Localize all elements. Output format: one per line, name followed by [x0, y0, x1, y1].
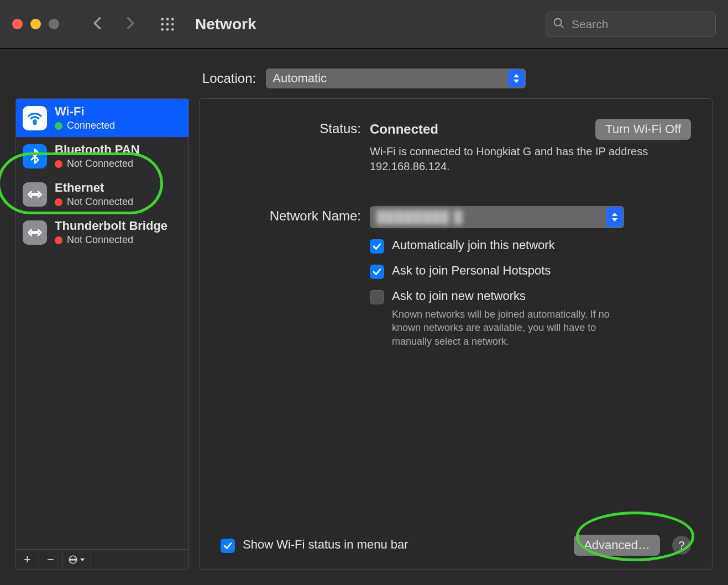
svg-point-17	[36, 231, 38, 233]
window-title: Network	[195, 15, 256, 33]
close-window-button[interactable]	[12, 19, 23, 29]
dropdown-stepper-icon	[606, 207, 623, 227]
svg-point-3	[161, 23, 164, 25]
service-name: Ethernet	[55, 181, 133, 195]
add-service-button[interactable]: +	[16, 550, 39, 569]
ethernet-icon	[23, 182, 47, 207]
svg-point-1	[166, 18, 169, 20]
checkbox-checked-icon	[221, 539, 235, 553]
service-name: Wi-Fi	[55, 104, 115, 119]
toggle-wifi-button[interactable]: Turn Wi-Fi Off	[595, 119, 691, 140]
show-all-button[interactable]	[158, 14, 177, 34]
status-label: Status:	[221, 119, 370, 136]
svg-point-21	[74, 558, 75, 560]
svg-marker-22	[80, 558, 85, 561]
forward-button[interactable]	[122, 15, 138, 33]
service-item-bluetooth[interactable]: Bluetooth PANNot Connected	[16, 137, 188, 175]
service-status: Not Connected	[55, 196, 133, 208]
svg-point-14	[36, 193, 38, 195]
advanced-button[interactable]: Advanced…	[574, 535, 660, 556]
service-item-ethernet[interactable]: EthernetNot Connected	[16, 175, 188, 213]
location-row: Location: Automatic	[0, 49, 728, 98]
detail-panel: Status: Connected Turn Wi-Fi Off Wi-Fi i…	[199, 98, 713, 570]
location-value: Automatic	[273, 71, 327, 86]
nav-arrows	[90, 15, 138, 33]
window-toolbar: Network	[0, 0, 728, 49]
svg-point-0	[161, 18, 164, 20]
svg-point-19	[72, 558, 73, 560]
svg-point-9	[554, 18, 562, 25]
svg-point-4	[166, 23, 169, 25]
ask-new-label: Ask to join new networks	[392, 289, 526, 303]
ask-hotspot-checkbox-row[interactable]: Ask to join Personal Hotspots	[370, 263, 624, 279]
svg-point-6	[161, 28, 164, 31]
show-menubar-checkbox-row[interactable]: Show Wi-Fi status in menu bar	[221, 537, 408, 553]
svg-point-7	[166, 28, 169, 31]
wifi-icon	[23, 106, 47, 130]
remove-service-button[interactable]: −	[39, 550, 62, 569]
bluetooth-icon	[23, 144, 47, 168]
checkbox-checked-icon	[370, 239, 384, 254]
svg-point-16	[32, 231, 33, 233]
network-name-select[interactable]: ████████ █	[370, 206, 624, 228]
ask-hotspot-label: Ask to join Personal Hotspots	[392, 263, 551, 278]
auto-join-label: Automatically join this network	[392, 238, 555, 252]
ask-new-hint: Known networks will be joined automatica…	[392, 308, 635, 348]
back-button[interactable]	[90, 15, 106, 33]
zoom-window-button[interactable]	[49, 19, 59, 29]
search-icon	[553, 17, 565, 31]
service-status: Connected	[55, 120, 115, 131]
checkbox-checked-icon	[370, 265, 384, 279]
svg-point-8	[171, 28, 174, 31]
status-value: Connected	[370, 122, 438, 137]
content-area: Location: Automatic Wi-FiConnectedBlueto…	[0, 49, 728, 585]
status-dot-icon	[55, 236, 62, 244]
minimize-window-button[interactable]	[30, 19, 41, 29]
status-dot-icon	[55, 122, 62, 130]
svg-point-5	[171, 23, 174, 25]
search-input[interactable]	[570, 17, 709, 31]
service-list-footer: + −	[16, 549, 188, 569]
location-label: Location:	[202, 71, 256, 86]
svg-point-13	[32, 193, 33, 195]
service-status: Not Connected	[55, 158, 140, 170]
help-button[interactable]: ?	[672, 536, 691, 555]
svg-point-2	[171, 18, 174, 20]
svg-point-12	[34, 193, 36, 195]
svg-point-20	[70, 558, 71, 560]
service-item-wifi[interactable]: Wi-FiConnected	[16, 99, 188, 137]
status-description: Wi-Fi is connected to Hongkiat G and has…	[370, 144, 691, 174]
svg-point-11	[34, 122, 36, 124]
service-name: Bluetooth PAN	[55, 143, 140, 157]
location-select[interactable]: Automatic	[266, 68, 526, 88]
service-item-thunderbolt[interactable]: Thunderbolt BridgeNot Connected	[16, 213, 188, 251]
dropdown-stepper-icon	[508, 70, 525, 87]
service-name: Thunderbolt Bridge	[55, 219, 167, 233]
ask-new-checkbox-row[interactable]: Ask to join new networks	[370, 289, 624, 304]
network-name-label: Network Name:	[221, 206, 370, 224]
checkbox-unchecked-icon	[370, 290, 384, 304]
svg-point-15	[34, 231, 36, 233]
auto-join-checkbox-row[interactable]: Automatically join this network	[370, 238, 624, 254]
search-field-wrap[interactable]	[546, 12, 716, 37]
thunderbolt-icon	[23, 220, 47, 245]
service-actions-button[interactable]	[62, 550, 91, 569]
service-status: Not Connected	[55, 234, 167, 246]
window-traffic-lights	[12, 19, 59, 29]
status-dot-icon	[55, 160, 62, 168]
network-name-value: ████████ █	[376, 210, 463, 224]
svg-line-10	[561, 24, 564, 28]
show-menubar-label: Show Wi-Fi status in menu bar	[243, 537, 408, 552]
service-list: Wi-FiConnectedBluetooth PANNot Connected…	[15, 98, 189, 570]
status-dot-icon	[55, 198, 62, 206]
